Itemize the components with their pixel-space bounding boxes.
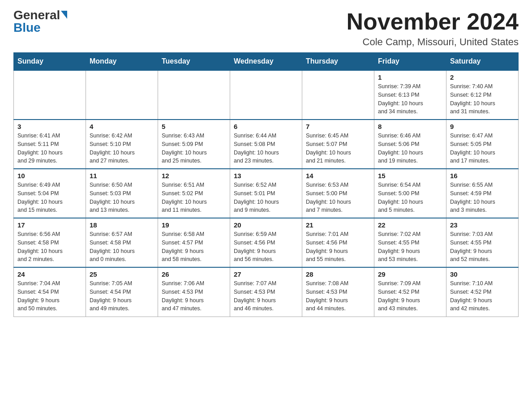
day-number: 4 <box>90 123 154 130</box>
calendar-cell: 11Sunrise: 6:50 AMSunset: 5:03 PMDayligh… <box>86 169 158 218</box>
day-number: 24 <box>17 270 82 278</box>
day-info: Sunrise: 6:58 AMSunset: 4:57 PMDaylight:… <box>162 230 226 264</box>
day-number: 1 <box>378 73 442 81</box>
calendar-cell: 23Sunrise: 7:03 AMSunset: 4:55 PMDayligh… <box>446 218 519 267</box>
day-info: Sunrise: 6:51 AMSunset: 5:02 PMDaylight:… <box>162 181 226 214</box>
calendar-cell: 15Sunrise: 6:54 AMSunset: 5:00 PMDayligh… <box>374 169 446 218</box>
weekday-header-friday: Friday <box>374 53 446 71</box>
day-number: 10 <box>17 172 82 180</box>
day-number: 20 <box>234 221 298 229</box>
day-info: Sunrise: 7:04 AMSunset: 4:54 PMDaylight:… <box>17 279 82 313</box>
calendar-week-4: 17Sunrise: 6:56 AMSunset: 4:58 PMDayligh… <box>14 218 519 267</box>
day-info: Sunrise: 6:53 AMSunset: 5:00 PMDaylight:… <box>306 181 370 214</box>
day-number: 19 <box>162 221 226 229</box>
calendar-cell: 5Sunrise: 6:43 AMSunset: 5:09 PMDaylight… <box>158 120 230 169</box>
calendar-week-5: 24Sunrise: 7:04 AMSunset: 4:54 PMDayligh… <box>14 267 519 317</box>
calendar-cell: 19Sunrise: 6:58 AMSunset: 4:57 PMDayligh… <box>158 218 230 267</box>
day-info: Sunrise: 7:05 AMSunset: 4:54 PMDaylight:… <box>90 279 154 313</box>
calendar-cell: 17Sunrise: 6:56 AMSunset: 4:58 PMDayligh… <box>14 218 86 267</box>
weekday-header-wednesday: Wednesday <box>230 53 302 71</box>
calendar-cell: 14Sunrise: 6:53 AMSunset: 5:00 PMDayligh… <box>302 169 374 218</box>
calendar-cell: 7Sunrise: 6:45 AMSunset: 5:07 PMDaylight… <box>302 120 374 169</box>
day-info: Sunrise: 6:52 AMSunset: 5:01 PMDaylight:… <box>234 181 298 214</box>
calendar-cell: 16Sunrise: 6:55 AMSunset: 4:59 PMDayligh… <box>446 169 519 218</box>
weekday-header-tuesday: Tuesday <box>158 53 230 71</box>
calendar-cell <box>302 70 374 120</box>
calendar-cell: 27Sunrise: 7:07 AMSunset: 4:53 PMDayligh… <box>230 267 302 317</box>
weekday-header-sunday: Sunday <box>14 53 86 71</box>
logo-triangle-icon <box>61 11 67 19</box>
calendar-week-2: 3Sunrise: 6:41 AMSunset: 5:11 PMDaylight… <box>14 120 519 169</box>
day-number: 14 <box>306 172 370 180</box>
day-number: 17 <box>17 221 82 229</box>
calendar-table: SundayMondayTuesdayWednesdayThursdayFrid… <box>13 52 519 317</box>
calendar-cell: 29Sunrise: 7:09 AMSunset: 4:52 PMDayligh… <box>374 267 446 317</box>
calendar-week-3: 10Sunrise: 6:49 AMSunset: 5:04 PMDayligh… <box>14 169 519 218</box>
weekday-header-saturday: Saturday <box>446 53 519 71</box>
calendar-cell <box>86 70 158 120</box>
day-number: 2 <box>450 73 515 81</box>
calendar-cell: 30Sunrise: 7:10 AMSunset: 4:52 PMDayligh… <box>446 267 519 317</box>
day-info: Sunrise: 7:09 AMSunset: 4:52 PMDaylight:… <box>378 279 442 313</box>
calendar-cell: 28Sunrise: 7:08 AMSunset: 4:53 PMDayligh… <box>302 267 374 317</box>
day-number: 21 <box>306 221 370 229</box>
calendar-cell: 22Sunrise: 7:02 AMSunset: 4:55 PMDayligh… <box>374 218 446 267</box>
day-info: Sunrise: 6:54 AMSunset: 5:00 PMDaylight:… <box>378 181 442 214</box>
day-info: Sunrise: 6:41 AMSunset: 5:11 PMDaylight:… <box>17 132 82 165</box>
day-number: 22 <box>378 221 442 229</box>
day-info: Sunrise: 6:46 AMSunset: 5:06 PMDaylight:… <box>378 132 442 165</box>
day-info: Sunrise: 6:42 AMSunset: 5:10 PMDaylight:… <box>90 132 154 165</box>
day-number: 9 <box>450 123 515 130</box>
day-number: 7 <box>306 123 370 130</box>
day-info: Sunrise: 6:43 AMSunset: 5:09 PMDaylight:… <box>162 132 226 165</box>
day-info: Sunrise: 7:03 AMSunset: 4:55 PMDaylight:… <box>450 230 515 264</box>
day-number: 8 <box>378 123 442 130</box>
logo-general-text: General <box>13 9 60 21</box>
calendar-cell: 2Sunrise: 7:40 AMSunset: 6:12 PMDaylight… <box>446 70 519 120</box>
day-info: Sunrise: 6:50 AMSunset: 5:03 PMDaylight:… <box>90 181 154 214</box>
calendar-cell <box>14 70 86 120</box>
day-info: Sunrise: 6:56 AMSunset: 4:58 PMDaylight:… <box>17 230 82 264</box>
day-info: Sunrise: 6:45 AMSunset: 5:07 PMDaylight:… <box>306 132 370 165</box>
day-info: Sunrise: 6:55 AMSunset: 4:59 PMDaylight:… <box>450 181 515 214</box>
day-number: 29 <box>378 270 442 278</box>
day-number: 27 <box>234 270 298 278</box>
day-info: Sunrise: 7:08 AMSunset: 4:53 PMDaylight:… <box>306 279 370 313</box>
calendar-cell: 8Sunrise: 6:46 AMSunset: 5:06 PMDaylight… <box>374 120 446 169</box>
day-info: Sunrise: 7:40 AMSunset: 6:12 PMDaylight:… <box>450 82 515 116</box>
day-number: 5 <box>162 123 226 130</box>
weekday-header-thursday: Thursday <box>302 53 374 71</box>
calendar-cell: 18Sunrise: 6:57 AMSunset: 4:58 PMDayligh… <box>86 218 158 267</box>
day-number: 30 <box>450 270 515 278</box>
logo: General Blue <box>13 9 67 34</box>
weekday-header-row: SundayMondayTuesdayWednesdayThursdayFrid… <box>14 53 519 71</box>
calendar-cell: 4Sunrise: 6:42 AMSunset: 5:10 PMDaylight… <box>86 120 158 169</box>
day-info: Sunrise: 6:47 AMSunset: 5:05 PMDaylight:… <box>450 132 515 165</box>
calendar-cell: 24Sunrise: 7:04 AMSunset: 4:54 PMDayligh… <box>14 267 86 317</box>
day-info: Sunrise: 7:39 AMSunset: 6:13 PMDaylight:… <box>378 82 442 116</box>
month-title: November 2024 <box>347 9 519 34</box>
day-number: 23 <box>450 221 515 229</box>
calendar-cell: 1Sunrise: 7:39 AMSunset: 6:13 PMDaylight… <box>374 70 446 120</box>
day-info: Sunrise: 6:59 AMSunset: 4:56 PMDaylight:… <box>234 230 298 264</box>
day-number: 25 <box>90 270 154 278</box>
day-info: Sunrise: 6:57 AMSunset: 4:58 PMDaylight:… <box>90 230 154 264</box>
calendar-cell: 20Sunrise: 6:59 AMSunset: 4:56 PMDayligh… <box>230 218 302 267</box>
day-number: 15 <box>378 172 442 180</box>
day-info: Sunrise: 6:44 AMSunset: 5:08 PMDaylight:… <box>234 132 298 165</box>
day-info: Sunrise: 7:07 AMSunset: 4:53 PMDaylight:… <box>234 279 298 313</box>
title-block: November 2024 Cole Camp, Missouri, Unite… <box>347 9 519 48</box>
calendar-cell: 13Sunrise: 6:52 AMSunset: 5:01 PMDayligh… <box>230 169 302 218</box>
day-info: Sunrise: 7:01 AMSunset: 4:56 PMDaylight:… <box>306 230 370 264</box>
location-title: Cole Camp, Missouri, United States <box>347 36 519 48</box>
day-info: Sunrise: 7:06 AMSunset: 4:53 PMDaylight:… <box>162 279 226 313</box>
day-number: 28 <box>306 270 370 278</box>
calendar-cell: 25Sunrise: 7:05 AMSunset: 4:54 PMDayligh… <box>86 267 158 317</box>
calendar-cell: 6Sunrise: 6:44 AMSunset: 5:08 PMDaylight… <box>230 120 302 169</box>
calendar-cell <box>230 70 302 120</box>
day-number: 3 <box>17 123 82 130</box>
calendar-cell: 9Sunrise: 6:47 AMSunset: 5:05 PMDaylight… <box>446 120 519 169</box>
day-info: Sunrise: 7:02 AMSunset: 4:55 PMDaylight:… <box>378 230 442 264</box>
page-header: General Blue November 2024 Cole Camp, Mi… <box>13 9 519 48</box>
calendar-cell: 12Sunrise: 6:51 AMSunset: 5:02 PMDayligh… <box>158 169 230 218</box>
